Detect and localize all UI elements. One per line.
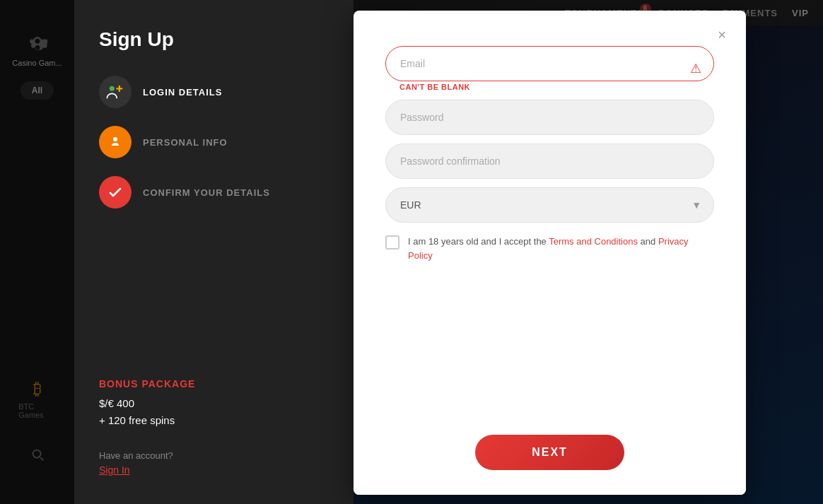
currency-group: EUR USD GBP CAD AUD ▼ [385,187,714,223]
step-login-icon [99,76,132,108]
password-confirm-group [385,143,714,179]
signup-panel: Sign Up LOGIN DETAILS i PERSONAL INFO [74,0,354,504]
password-group [385,100,714,135]
signup-title: Sign Up [99,28,329,51]
email-error-icon: ⚠ [690,61,701,76]
bonus-section: BONUS PACKAGE $/€ 400 + 120 free spins [99,378,329,429]
currency-select[interactable]: EUR USD GBP CAD AUD [385,187,714,223]
step-login-label: LOGIN DETAILS [143,87,222,98]
email-group: ⚠ CAN'T BE BLANK [385,46,714,91]
signup-modal: × ⚠ CAN'T BE BLANK EUR USD GBP CAD AUD ▼ [354,11,746,495]
password-input[interactable] [385,100,714,135]
email-input[interactable] [385,46,714,81]
step-personal-info: i PERSONAL INFO [99,126,329,158]
login-icon [105,82,125,102]
step-login-details: LOGIN DETAILS [99,76,329,108]
email-error-message: CAN'T BE BLANK [385,83,714,91]
step-confirm-icon [99,176,132,209]
svg-point-0 [110,86,115,91]
step-confirm-label: CONFIRM YOUR DETAILS [143,187,270,198]
close-button[interactable]: × [709,22,735,47]
step-confirm-details: CONFIRM YOUR DETAILS [99,176,329,209]
password-confirm-input[interactable] [385,143,714,179]
terms-label: I am 18 years old and I accept the Terms… [408,235,714,262]
bonus-title: BONUS PACKAGE [99,378,329,389]
step-personal-label: PERSONAL INFO [143,137,228,148]
step-personal-icon: i [99,126,132,158]
have-account-text: Have an account? [99,450,329,461]
personal-icon: i [107,134,124,151]
sign-in-link[interactable]: Sign In [99,464,329,476]
confirm-icon [107,184,124,201]
modal-footer: NEXT [354,421,746,495]
bonus-amount: $/€ 400 + 120 free spins [99,395,329,429]
modal-body: ⚠ CAN'T BE BLANK EUR USD GBP CAD AUD ▼ [354,11,746,421]
terms-checkbox[interactable] [385,235,399,250]
terms-link[interactable]: Terms and Conditions [549,236,638,247]
terms-row: I am 18 years old and I accept the Terms… [385,231,714,266]
next-button[interactable]: NEXT [475,435,624,470]
